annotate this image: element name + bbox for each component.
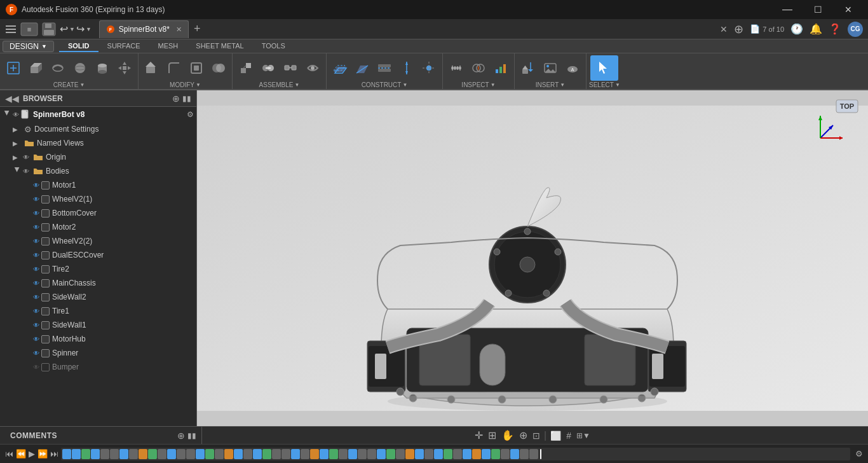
doc-settings-arrow[interactable]: ▶ [13,126,22,133]
create-dropdown-arrow[interactable]: ▼ [79,82,85,88]
tl-item-9[interactable] [148,449,157,459]
tab-sheet-metal[interactable]: SHEET METAL [187,41,252,52]
minimize-button[interactable]: — [773,0,802,19]
tl-item-6[interactable] [119,449,128,459]
tl-item-25[interactable] [301,449,309,459]
timeline-settings-btn[interactable]: ⚙ [855,449,863,459]
hand-tool-btn[interactable]: ✋ [500,428,515,443]
tree-item-bumper[interactable]: 👁 Bumper [0,360,196,374]
motor1-eye[interactable]: 👁 [33,182,39,189]
plane-at-angle-button[interactable] [351,55,373,81]
tree-item-motor2[interactable]: 👁 Motor2 [0,220,196,234]
tl-item-41[interactable] [453,449,462,459]
tire2-eye[interactable]: 👁 [33,266,39,273]
collapse-panel-icon[interactable]: ◀◀ [5,93,19,104]
insert-mesh-button[interactable] [517,55,539,81]
root-collapse-arrow[interactable]: ▶ [4,110,11,119]
rigid-group-button[interactable] [280,55,301,81]
spinner-eye[interactable]: 👁 [33,350,39,357]
tl-item-0[interactable] [62,449,71,459]
chassis-eye[interactable]: 👁 [33,280,39,287]
tl-item-43[interactable] [472,449,481,459]
tab-mesh[interactable]: MESH [149,41,187,52]
tl-item-36[interactable] [405,449,414,459]
more-display-btn[interactable]: ⊞▼ [575,430,592,441]
redo-arrow[interactable]: ▼ [86,26,92,32]
tl-item-37[interactable] [415,449,424,459]
decal-button[interactable]: A [562,55,583,81]
tree-item-motor1[interactable]: 👁 Motor1 [0,178,196,192]
interference-button[interactable] [468,55,489,81]
tl-item-27[interactable] [320,449,329,459]
tab-solid[interactable]: SOLID [59,41,98,52]
tree-item-dualesccover[interactable]: 👁 DualESCCover [0,248,196,262]
comments-panel-header[interactable]: COMMENTS ⊕ ▮▮ [5,427,202,444]
file-menu-icon[interactable]: ≡ [20,22,38,36]
tl-item-2[interactable] [81,449,90,459]
close-file-button[interactable]: ✕ [720,24,728,34]
tl-item-38[interactable] [424,449,433,459]
bumper-eye[interactable]: 👁 [33,364,39,371]
wheel2-eye[interactable]: 👁 [33,238,39,245]
close-button[interactable]: ✕ [834,0,863,19]
zoom-window-btn[interactable]: ⊡ [531,429,541,442]
zoom-in-btn[interactable]: ⊕ [518,428,529,443]
named-views-arrow[interactable]: ▶ [13,140,22,147]
design-dropdown[interactable]: DESIGN ▼ [3,41,54,52]
add-design-button[interactable]: ⊕ [734,22,743,36]
tl-item-15[interactable] [205,449,214,459]
timeline-play-btn[interactable]: ▶ [29,449,35,459]
tree-item-wheelv2-1[interactable]: 👁 WheelV2(1) [0,192,196,206]
sidewall2-eye[interactable]: 👁 [33,294,39,301]
tree-item-sidewall2[interactable]: 👁 SideWall2 [0,290,196,304]
dualesc-eye[interactable]: 👁 [33,252,39,259]
tl-item-44[interactable] [482,449,491,459]
display-mode-btn[interactable]: ⬜ [549,429,562,442]
tree-item-doc-settings[interactable]: ▶ ⚙ Document Settings [0,122,196,136]
tl-item-16[interactable] [215,449,224,459]
tree-item-wheelv2-2[interactable]: 👁 WheelV2(2) [0,234,196,248]
tl-item-21[interactable] [262,449,271,459]
redo-button[interactable]: ↪ [76,23,85,35]
viewcube[interactable]: TOP [811,97,862,148]
axis-button[interactable] [396,55,417,81]
shell-button[interactable] [186,55,207,81]
origin-arrow[interactable]: ▶ [13,154,22,161]
tl-item-33[interactable] [377,449,386,459]
insert-image-button[interactable] [539,55,561,81]
user-avatar[interactable]: CG [848,22,863,37]
fillet-button[interactable] [163,55,185,81]
bodies-arrow[interactable]: ▶ [14,167,21,176]
wheel1-eye[interactable]: 👁 [33,196,39,203]
tl-item-7[interactable] [129,449,138,459]
tl-item-34[interactable] [386,449,395,459]
motorhub-eye[interactable]: 👁 [33,336,39,343]
tl-item-20[interactable] [253,449,262,459]
tl-item-19[interactable] [243,449,252,459]
point-button[interactable] [418,55,440,81]
active-tab[interactable]: F SpinnerBot v8* ✕ [99,20,189,38]
tree-item-tire2[interactable]: 👁 Tire2 [0,262,196,276]
tl-item-4[interactable] [100,449,109,459]
tl-item-10[interactable] [158,449,166,459]
tl-item-39[interactable] [434,449,443,459]
joint-button[interactable] [257,55,279,81]
undo-arrow[interactable]: ▼ [69,26,75,32]
motion-link-button[interactable] [302,55,323,81]
maximize-button[interactable]: ☐ [803,0,832,19]
tl-item-32[interactable] [367,449,376,459]
save-icon[interactable] [42,22,56,36]
tl-item-28[interactable] [329,449,338,459]
tree-item-named-views[interactable]: ▶ Named Views [0,136,196,150]
tree-item-spinner[interactable]: 👁 Spinner [0,346,196,360]
tl-item-13[interactable] [186,449,195,459]
modify-dropdown-arrow[interactable]: ▼ [196,82,201,88]
browser-panel-btn[interactable]: ▮▮ [182,94,191,103]
tl-item-29[interactable] [339,449,348,459]
measure-button[interactable] [445,55,467,81]
tree-item-mainchassis[interactable]: 👁 MainChassis [0,276,196,290]
tab-tools[interactable]: TOOLS [253,41,294,52]
tree-item-motorhub[interactable]: 👁 MotorHub [0,332,196,346]
midplane-button[interactable] [374,55,395,81]
tl-item-35[interactable] [396,449,405,459]
